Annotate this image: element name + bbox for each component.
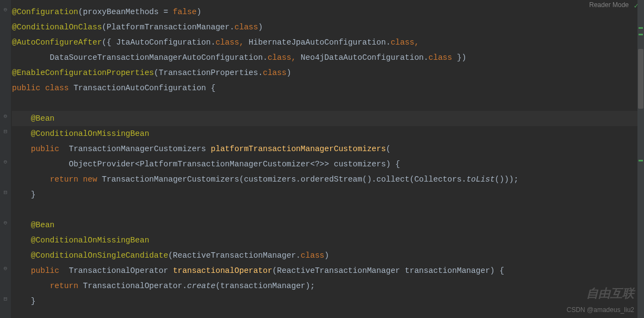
code-line: } xyxy=(12,294,644,309)
fold-down-icon[interactable]: ⊖ xyxy=(2,264,9,272)
vertical-scrollbar-thumb[interactable] xyxy=(638,49,643,109)
code-line: return TransactionalOperator.create(tran… xyxy=(12,278,644,294)
code-line: ObjectProvider<PlatformTransactionManage… xyxy=(12,157,644,172)
scrollbar-mark xyxy=(639,160,643,161)
code-line: DataSourceTransactionManagerAutoConfigur… xyxy=(12,50,644,65)
code-line: @Bean xyxy=(12,217,644,233)
fold-down-icon[interactable]: ⊖ xyxy=(2,112,9,120)
code-line: @ConditionalOnClass(PlatformTransactionM… xyxy=(12,20,644,35)
fold-down-icon[interactable]: ⊖ xyxy=(2,5,9,13)
code-line: return new TransactionManagerCustomizers… xyxy=(12,172,644,187)
code-line: public class TransactionAutoConfiguratio… xyxy=(12,80,644,96)
code-line: @AutoConfigureAfter({ JtaAutoConfigurati… xyxy=(12,35,644,50)
code-editor: ⊖ ⊖ ⊟ ⊖ ⊟ ⊖ ⊖ ⊟ Reader Mode ✓ @Configura… xyxy=(0,0,644,318)
code-line xyxy=(12,96,644,111)
fold-up-icon[interactable]: ⊟ xyxy=(2,188,9,196)
code-line xyxy=(12,202,644,217)
code-line: @EnableConfigurationProperties(Transacti… xyxy=(12,65,644,80)
code-content-area[interactable]: Reader Mode ✓ @Configuration(proxyBeanMe… xyxy=(11,0,644,318)
fold-down-icon[interactable]: ⊖ xyxy=(2,219,9,226)
reader-mode-label[interactable]: Reader Mode xyxy=(589,1,629,9)
code-line: @Bean xyxy=(12,111,644,126)
fold-down-icon[interactable]: ⊖ xyxy=(2,158,9,165)
code-line: @ConditionalOnMissingBean xyxy=(12,233,644,248)
editor-gutter: ⊖ ⊖ ⊟ ⊖ ⊟ ⊖ ⊖ ⊟ xyxy=(0,0,11,318)
watermark-attribution: CSDN @amadeus_liu2 xyxy=(567,306,634,314)
code-line: public TransactionManagerCustomizers pla… xyxy=(12,141,644,157)
vertical-scrollbar-track[interactable] xyxy=(637,0,644,318)
fold-up-icon[interactable]: ⊟ xyxy=(2,127,9,135)
scrollbar-mark xyxy=(639,27,643,29)
code-line: @ConditionalOnSingleCandidate(ReactiveTr… xyxy=(12,248,644,263)
fold-up-icon[interactable]: ⊟ xyxy=(2,295,9,302)
scrollbar-mark xyxy=(639,34,643,35)
watermark-logo: 自由互联 xyxy=(586,285,634,302)
code-line: @Configuration(proxyBeanMethods = false) xyxy=(12,4,644,20)
code-line: @ConditionalOnMissingBean xyxy=(12,126,644,141)
code-line: } xyxy=(12,187,644,202)
code-line: public TransactionalOperator transaction… xyxy=(12,263,644,278)
